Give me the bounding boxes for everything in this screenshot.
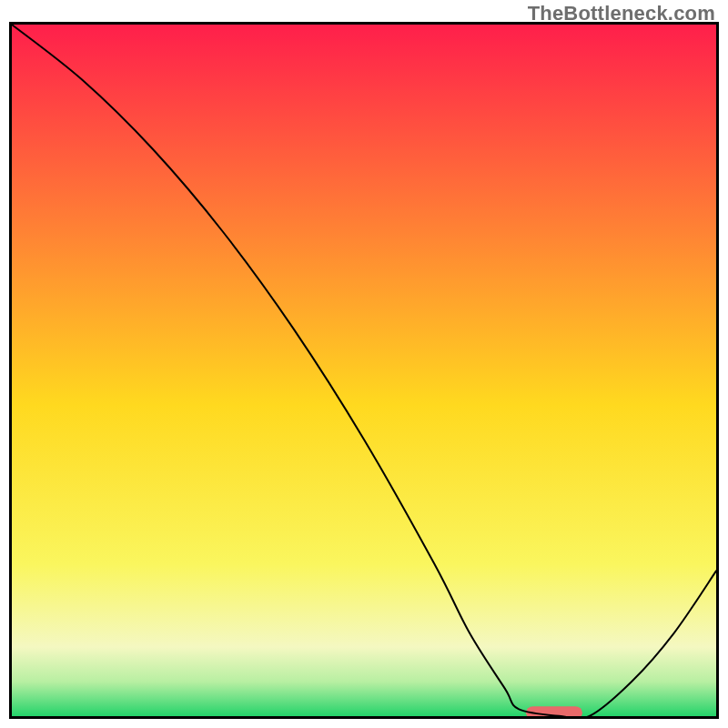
watermark-text: TheBottleneck.com [528, 2, 715, 25]
plot-frame [9, 22, 719, 719]
gradient-background [12, 25, 716, 716]
plot-svg [9, 22, 719, 719]
chart-container: TheBottleneck.com [0, 0, 728, 728]
